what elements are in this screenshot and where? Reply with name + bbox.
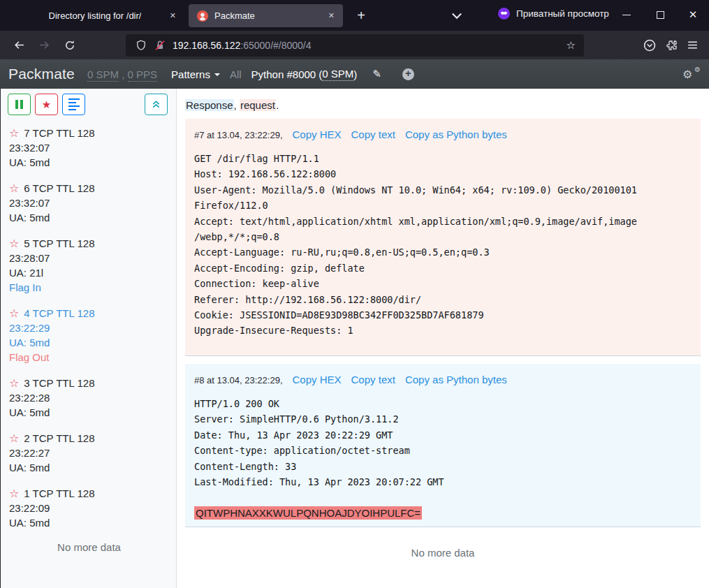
service-prefix: Python #8000 (: [251, 68, 323, 80]
list-icon: [68, 96, 80, 112]
packet-list-item[interactable]: ☆5 TCP TTL 12823:28:07UA: 21lFlag In: [9, 236, 170, 295]
edit-service-pencil-icon[interactable]: ✎: [372, 68, 381, 80]
packet-data-line: Referer: http://192.168.56.122:8000/dir/: [194, 292, 692, 307]
packet-ua: UA: 5md: [9, 460, 170, 475]
window-maximize-button[interactable]: [650, 4, 671, 25]
tab-close-icon[interactable]: ✕: [328, 11, 335, 20]
packet-ua: UA: 5md: [9, 210, 170, 225]
tab-directory-listing[interactable]: Directory listing for /dir/ ✕: [6, 4, 184, 27]
browser-tab-bar: Directory listing for /dir/ ✕ Packmate ✕…: [0, 0, 709, 31]
packet-flag-link[interactable]: Flag In: [9, 280, 170, 295]
packet-data-line: Last-Modified: Thu, 13 Apr 2023 20:07:22…: [194, 474, 692, 490]
lead-separator: ,: [234, 99, 240, 111]
forward-button[interactable]: [34, 35, 54, 56]
extensions-puzzle-icon[interactable]: [665, 39, 678, 52]
private-browsing-badge: Приватный просмотр: [498, 8, 609, 20]
tracking-protection-shield-icon[interactable]: [135, 39, 147, 52]
window-minimize-button[interactable]: [616, 4, 637, 25]
packet-list-item[interactable]: ☆7 TCP TTL 12823:32:07UA: 5md: [9, 126, 170, 170]
packet-data-line: User-Agent: Mozilla/5.0 (Windows NT 10.0…: [194, 182, 692, 198]
packet-card: #8 at 13.04, 23:22:29,Copy HEXCopy textC…: [185, 364, 701, 527]
copy-python-bytes-link[interactable]: Copy as Python bytes: [405, 128, 507, 140]
packet-data-line: Content-Length: 33: [194, 459, 692, 474]
tab-close-icon[interactable]: ✕: [170, 11, 176, 20]
list-all-tabs-chevron-icon[interactable]: [449, 8, 465, 24]
pocket-icon[interactable]: [643, 39, 656, 52]
stats-separator: ,: [119, 68, 128, 80]
packet-list-item[interactable]: ☆1 TCP TTL 12823:22:09UA: 5md: [9, 486, 170, 530]
sidebar-toolbar: ★: [8, 94, 170, 115]
packet-list-item[interactable]: ☆4 TCP TTL 12823:22:29UA: 5mdFlag Out: [9, 306, 170, 365]
back-button[interactable]: [8, 35, 29, 56]
tab-packmate[interactable]: Packmate ✕: [189, 4, 343, 27]
flag-highlight: QITWPHNAXXKWULPQNHOAJDYOIHPULFC=: [194, 506, 422, 520]
favorite-star-icon[interactable]: ☆: [9, 376, 19, 390]
packet-data-line: Host: 192.168.56.122:8000: [194, 166, 692, 182]
caret-down-icon: [214, 73, 220, 76]
packet-list-item[interactable]: ☆3 TCP TTL 12823:22:28UA: 5md: [9, 376, 170, 420]
packet-title-row: ☆7 TCP TTL 128: [9, 126, 170, 140]
add-service-button[interactable]: +: [402, 68, 414, 80]
list-view-button[interactable]: [62, 94, 85, 115]
spm-stat: 0 SPM: [87, 68, 119, 82]
window-close-button[interactable]: ✕: [682, 4, 703, 25]
patterns-label: Patterns: [171, 68, 210, 80]
copy-hex-link[interactable]: Copy HEX: [293, 374, 342, 385]
favorite-star-icon[interactable]: ☆: [9, 432, 19, 445]
gear-large: ⚙: [682, 68, 692, 81]
packet-card-header: #7 at 13.04, 23:22:29,Copy HEXCopy textC…: [194, 127, 692, 142]
packet-list-item[interactable]: ☆6 TCP TTL 12823:32:07UA: 5md: [9, 181, 170, 225]
new-tab-button[interactable]: +: [351, 6, 371, 25]
copy-python-bytes-link[interactable]: Copy as Python bytes: [405, 374, 507, 385]
scroll-to-top-button[interactable]: [145, 94, 168, 115]
star-icon: ★: [42, 98, 51, 111]
settings-gear-icon[interactable]: ⚙⚙: [682, 68, 701, 81]
favorite-star-icon[interactable]: ☆: [9, 487, 19, 500]
packet-ua: UA: 5md: [9, 155, 170, 170]
nav-item-all[interactable]: All: [230, 68, 242, 80]
private-label: Приватный просмотр: [516, 8, 609, 19]
private-mask-icon: [498, 8, 510, 20]
app-brand[interactable]: Packmate: [8, 66, 75, 82]
nav-item-service[interactable]: Python #8000 (0 SPM): [251, 68, 358, 81]
pause-capture-button[interactable]: [8, 94, 31, 115]
url-domain: 192.168.56.122: [173, 40, 240, 51]
response-highlight: Response: [185, 99, 234, 111]
packet-sidebar: ★ ☆7 TCP TTL 12823:32:07UA: 5md☆6 TCP TT…: [1, 89, 177, 588]
packet-title: 6 TCP TTL 128: [24, 182, 94, 194]
packet-time: 23:22:09: [9, 501, 170, 515]
sidebar-no-more-data: No more data: [8, 541, 170, 553]
packet-data-line: Connection: keep-alive: [194, 276, 692, 291]
service-suffix: ): [353, 68, 357, 80]
stream-panel: Response, request. #7 at 13.04, 23:22:29…: [177, 89, 709, 588]
url-bar[interactable]: 192.168.56.122:65000/#/8000/4 ☆: [126, 34, 584, 57]
insecure-lock-icon[interactable]: [154, 40, 166, 51]
packet-data: HTTP/1.0 200 OKServer: SimpleHTTP/0.6 Py…: [194, 396, 692, 521]
favorites-filter-button[interactable]: ★: [35, 94, 58, 115]
copy-text-link[interactable]: Copy text: [351, 374, 395, 385]
packet-ua: UA: 5md: [9, 515, 170, 530]
menu-hamburger-icon[interactable]: [687, 39, 699, 51]
copy-hex-link[interactable]: Copy HEX: [293, 128, 342, 140]
url-text[interactable]: 192.168.56.122:65000/#/8000/4: [173, 40, 312, 51]
favorite-star-icon[interactable]: ☆: [9, 126, 19, 140]
packet-list: ☆7 TCP TTL 12823:32:07UA: 5md☆6 TCP TTL …: [8, 126, 170, 530]
packet-title: 5 TCP TTL 128: [24, 237, 94, 249]
packet-card-header: #8 at 13.04, 23:22:29,Copy HEXCopy textC…: [194, 372, 692, 388]
packet-data-line: Date: Thu, 13 Apr 2023 20:22:29 GMT: [194, 427, 692, 443]
packmate-favicon-icon: [197, 10, 208, 22]
favorite-star-icon[interactable]: ☆: [9, 237, 19, 250]
url-path: :65000/#/8000/4: [240, 40, 311, 51]
capture-stats: 0 SPM , 0 PPS: [87, 68, 157, 80]
browser-toolbar: 192.168.56.122:65000/#/8000/4 ☆: [0, 31, 709, 59]
packet-data-line: Accept: text/html,application/xhtml xml,…: [194, 214, 692, 229]
packet-list-item[interactable]: ☆2 TCP TTL 12823:22:27UA: 5md: [9, 431, 170, 475]
favorite-star-icon[interactable]: ☆: [9, 307, 19, 320]
reload-button[interactable]: [59, 35, 80, 56]
packet-data-line: Upgrade-Insecure-Requests: 1: [194, 323, 692, 338]
packet-flag-link[interactable]: Flag Out: [9, 350, 170, 365]
bookmark-star-icon[interactable]: ☆: [567, 39, 576, 52]
favorite-star-icon[interactable]: ☆: [9, 182, 19, 195]
patterns-dropdown[interactable]: Patterns: [171, 68, 220, 80]
copy-text-link[interactable]: Copy text: [351, 128, 395, 140]
